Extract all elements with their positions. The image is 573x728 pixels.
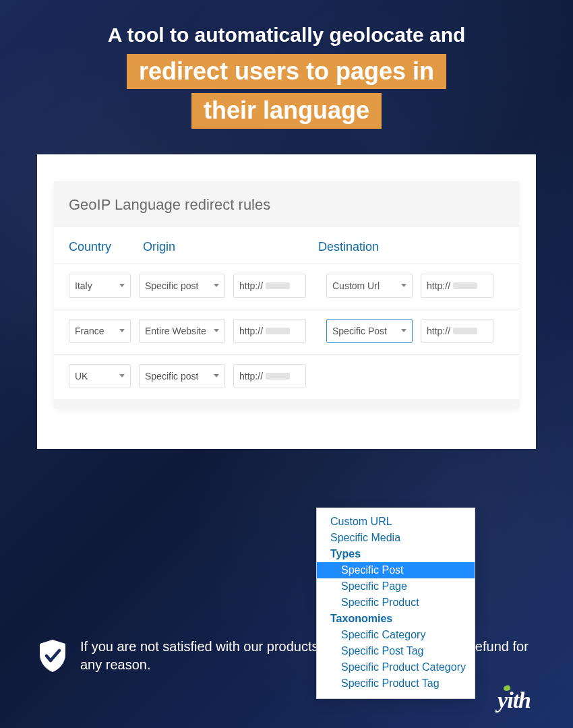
country-select[interactable]: UK xyxy=(69,364,131,388)
footer: If you are not satisfied with our produc… xyxy=(0,619,573,728)
chevron-down-icon xyxy=(401,284,406,287)
dropdown-item[interactable]: Specific Post xyxy=(317,562,475,578)
chevron-down-icon xyxy=(401,329,406,332)
dropdown-item[interactable]: Specific Category xyxy=(317,627,475,643)
origin-url-input[interactable]: http:// xyxy=(233,364,306,388)
dropdown-item[interactable]: Specific Product xyxy=(317,595,475,611)
col-origin: Origin xyxy=(143,240,318,254)
destination-url-input[interactable]: http:// xyxy=(421,274,493,298)
dropdown-item[interactable]: Specific Post Tag xyxy=(317,643,475,659)
chevron-down-icon xyxy=(119,329,125,332)
rules-table: Country Origin Destination Italy Specifi… xyxy=(54,226,519,408)
chevron-down-icon xyxy=(119,374,125,377)
hero-section: A tool to automatically geolocate and re… xyxy=(0,0,573,142)
dropdown-item[interactable]: Custom URL xyxy=(317,514,475,530)
dropdown-group: Taxonomies xyxy=(317,611,475,627)
leaf-icon xyxy=(503,685,511,692)
origin-url-input[interactable]: http:// xyxy=(233,319,306,343)
dropdown-item[interactable]: Specific Media xyxy=(317,530,475,546)
col-destination: Destination xyxy=(318,240,504,254)
col-country: Country xyxy=(69,240,143,254)
dropdown-item[interactable]: Specific Product Tag xyxy=(317,675,475,692)
origin-type-select[interactable]: Entire Website xyxy=(139,319,225,343)
rule-row: Italy Specific post http:// Custom Url h… xyxy=(54,264,519,309)
country-select[interactable]: France xyxy=(69,319,131,343)
chevron-down-icon xyxy=(214,329,219,332)
rule-row: France Entire Website http:// Specific P… xyxy=(54,309,519,354)
shield-check-icon xyxy=(37,638,68,673)
origin-url-input[interactable]: http:// xyxy=(233,274,306,298)
destination-dropdown[interactable]: Custom URL Specific Media Types Specific… xyxy=(316,508,475,699)
dropdown-item[interactable]: Specific Page xyxy=(317,578,475,595)
country-select[interactable]: Italy xyxy=(69,274,131,298)
destination-type-select[interactable]: Specific Post xyxy=(326,319,413,343)
hero-line: A tool to automatically geolocate and xyxy=(40,20,533,50)
rules-panel: GeoIP Language redirect rules Country Or… xyxy=(54,181,519,408)
origin-type-select[interactable]: Specific post xyxy=(139,364,225,388)
panel-title: GeoIP Language redirect rules xyxy=(54,181,519,226)
brand-logo: yith xyxy=(497,688,531,713)
content-panel: GeoIP Language redirect rules Country Or… xyxy=(37,154,536,449)
hero-highlight-1: redirect users to pages in xyxy=(127,54,446,90)
dropdown-item[interactable]: Specific Product Category xyxy=(317,659,475,675)
origin-type-select[interactable]: Specific post xyxy=(139,274,225,298)
hero-highlight-2: their language xyxy=(191,93,382,129)
dropdown-group: Types xyxy=(317,546,475,562)
destination-url-input[interactable]: http:// xyxy=(421,319,493,343)
rules-header: Country Origin Destination xyxy=(54,226,519,264)
rule-row: UK Specific post http:// xyxy=(54,354,519,399)
chevron-down-icon xyxy=(119,284,125,287)
chevron-down-icon xyxy=(214,284,219,287)
destination-type-select[interactable]: Custom Url xyxy=(326,274,413,298)
chevron-down-icon xyxy=(214,374,219,377)
